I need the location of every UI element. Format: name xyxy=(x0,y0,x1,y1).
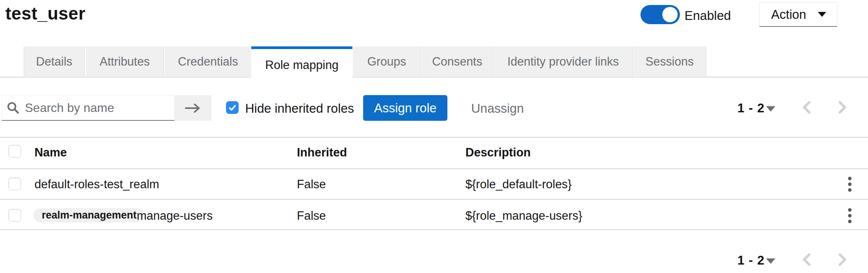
search-icon xyxy=(7,101,20,114)
tab-label: Consents xyxy=(432,55,482,69)
unassign-button[interactable]: Unassign xyxy=(471,101,524,116)
kebab-menu[interactable] xyxy=(842,173,857,195)
hide-inherited-checkbox[interactable] xyxy=(226,101,239,114)
user-detail-page: test_user Enabled Action Details Attribu… xyxy=(0,0,868,273)
cell-role-name: default-roles-test_realm xyxy=(34,178,159,191)
cell-inherited: False xyxy=(297,178,326,191)
pagination-caret-icon[interactable] xyxy=(766,258,775,264)
assign-role-button[interactable]: Assign role xyxy=(363,95,447,121)
action-dropdown-label: Action xyxy=(771,7,806,22)
pagination-prev-button[interactable] xyxy=(799,252,814,267)
page-title: test_user xyxy=(5,3,85,24)
chevron-left-icon xyxy=(801,253,811,266)
chevron-right-icon xyxy=(838,101,848,114)
tab-label: Sessions xyxy=(645,55,694,69)
kebab-menu[interactable] xyxy=(842,205,857,226)
hide-inherited-label[interactable]: Hide inherited roles xyxy=(245,101,354,116)
row-border xyxy=(0,199,868,200)
chevron-right-icon xyxy=(838,253,848,266)
tab-consents[interactable]: Consents xyxy=(421,46,493,77)
row-checkbox[interactable] xyxy=(8,209,21,222)
cell-description: ${role_manage-users} xyxy=(465,209,582,223)
header-row-border xyxy=(0,168,868,169)
tab-sessions[interactable]: Sessions xyxy=(633,46,706,77)
cell-description: ${role_default-roles} xyxy=(465,178,572,191)
tab-credentials[interactable]: Credentials xyxy=(165,46,252,77)
tab-label: Identity provider links xyxy=(507,55,619,69)
pagination-range-top[interactable]: 1 - 2 xyxy=(737,101,765,115)
tab-label: Role mapping xyxy=(265,58,338,72)
column-header-description: Description xyxy=(465,146,531,160)
arrow-right-icon xyxy=(185,102,201,114)
select-all-checkbox[interactable] xyxy=(8,145,21,158)
client-badge: realm-management xyxy=(33,208,145,222)
action-dropdown[interactable]: Action xyxy=(759,2,837,27)
tab-attributes[interactable]: Attributes xyxy=(86,46,164,77)
table-top-border xyxy=(0,137,868,138)
tab-label: Attributes xyxy=(100,55,150,69)
chevron-left-icon xyxy=(801,101,811,114)
caret-down-icon xyxy=(818,12,826,17)
tab-label: Groups xyxy=(367,55,406,69)
cell-role-name: manage-users xyxy=(137,209,213,223)
tab-label: Details xyxy=(36,55,72,69)
pagination-prev-button[interactable] xyxy=(799,100,814,115)
tab-label: Credentials xyxy=(178,55,238,69)
row-checkbox[interactable] xyxy=(8,178,21,190)
column-header-name: Name xyxy=(34,146,67,160)
pagination-next-button[interactable] xyxy=(835,100,850,115)
column-header-inherited: Inherited xyxy=(297,146,347,160)
pagination-range-bottom[interactable]: 1 - 2 xyxy=(737,253,765,268)
check-icon xyxy=(228,103,237,112)
row-border xyxy=(0,229,868,230)
search-submit-button[interactable] xyxy=(175,95,211,121)
toggle-knob xyxy=(662,7,678,22)
enabled-label: Enabled xyxy=(685,8,731,23)
search-placeholder: Search by name xyxy=(25,101,114,115)
tab-identity-provider-links[interactable]: Identity provider links xyxy=(494,46,633,77)
tab-details[interactable]: Details xyxy=(24,46,85,77)
tab-groups[interactable]: Groups xyxy=(353,46,421,77)
search-input[interactable]: Search by name xyxy=(2,95,175,121)
cell-inherited: False xyxy=(297,209,326,223)
pagination-caret-icon[interactable] xyxy=(766,106,775,112)
pagination-next-button[interactable] xyxy=(835,252,850,267)
tab-role-mapping[interactable]: Role mapping xyxy=(251,46,352,81)
enabled-toggle[interactable] xyxy=(640,5,680,24)
